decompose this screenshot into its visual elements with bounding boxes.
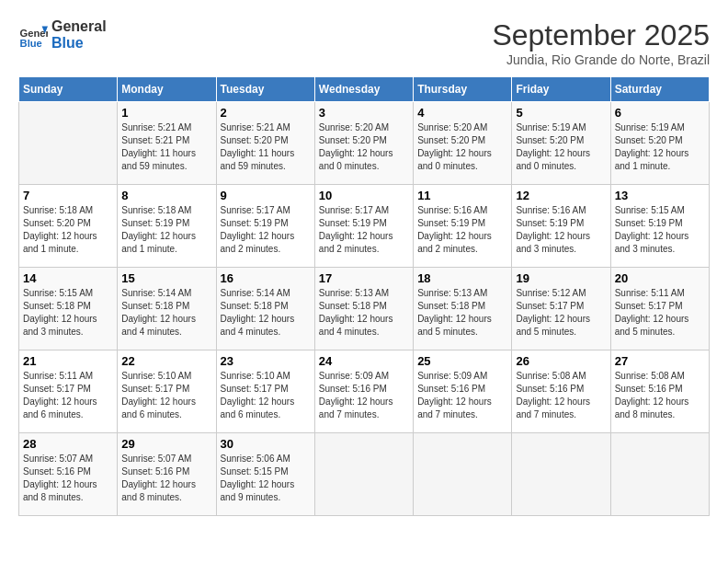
day-number: 16 bbox=[221, 271, 311, 285]
day-number: 21 bbox=[23, 354, 113, 368]
calendar-cell bbox=[512, 433, 610, 516]
svg-text:Blue: Blue bbox=[20, 38, 42, 49]
calendar-cell bbox=[19, 102, 118, 185]
calendar-cell: 15Sunrise: 5:14 AM Sunset: 5:18 PM Dayli… bbox=[118, 268, 216, 350]
day-number: 28 bbox=[23, 437, 113, 451]
day-number: 14 bbox=[23, 271, 113, 285]
calendar-cell: 4Sunrise: 5:20 AM Sunset: 5:20 PM Daylig… bbox=[414, 102, 512, 185]
calendar-week-row: 28Sunrise: 5:07 AM Sunset: 5:16 PM Dayli… bbox=[19, 433, 710, 516]
calendar-cell: 27Sunrise: 5:08 AM Sunset: 5:16 PM Dayli… bbox=[610, 350, 709, 433]
page-header: General Blue General Blue September 2025… bbox=[18, 18, 710, 67]
day-number: 29 bbox=[121, 437, 211, 451]
day-number: 2 bbox=[221, 106, 311, 120]
day-info: Sunrise: 5:07 AM Sunset: 5:16 PM Dayligh… bbox=[121, 453, 211, 504]
calendar-cell: 5Sunrise: 5:19 AM Sunset: 5:20 PM Daylig… bbox=[512, 102, 610, 185]
calendar-cell: 21Sunrise: 5:11 AM Sunset: 5:17 PM Dayli… bbox=[19, 350, 118, 433]
logo-general: General bbox=[51, 18, 107, 35]
day-info: Sunrise: 5:19 AM Sunset: 5:20 PM Dayligh… bbox=[516, 121, 606, 173]
day-number: 18 bbox=[417, 271, 507, 285]
calendar-cell: 30Sunrise: 5:06 AM Sunset: 5:15 PM Dayli… bbox=[216, 433, 314, 516]
day-info: Sunrise: 5:16 AM Sunset: 5:19 PM Dayligh… bbox=[417, 204, 507, 256]
logo-icon: General Blue bbox=[18, 20, 48, 50]
day-info: Sunrise: 5:18 AM Sunset: 5:19 PM Dayligh… bbox=[121, 204, 211, 256]
day-number: 7 bbox=[23, 189, 113, 202]
day-number: 25 bbox=[417, 354, 507, 368]
day-number: 24 bbox=[319, 354, 409, 368]
day-info: Sunrise: 5:11 AM Sunset: 5:17 PM Dayligh… bbox=[23, 370, 113, 421]
calendar-cell: 11Sunrise: 5:16 AM Sunset: 5:19 PM Dayli… bbox=[414, 185, 512, 268]
calendar-cell: 19Sunrise: 5:12 AM Sunset: 5:17 PM Dayli… bbox=[512, 268, 610, 350]
day-info: Sunrise: 5:07 AM Sunset: 5:16 PM Dayligh… bbox=[23, 453, 113, 504]
day-number: 19 bbox=[516, 271, 606, 285]
calendar-cell: 22Sunrise: 5:10 AM Sunset: 5:17 PM Dayli… bbox=[118, 350, 216, 433]
day-info: Sunrise: 5:10 AM Sunset: 5:17 PM Dayligh… bbox=[221, 370, 311, 421]
calendar-cell: 17Sunrise: 5:13 AM Sunset: 5:18 PM Dayli… bbox=[314, 268, 413, 350]
weekday-header: Saturday bbox=[610, 77, 709, 102]
day-info: Sunrise: 5:15 AM Sunset: 5:18 PM Dayligh… bbox=[23, 287, 113, 339]
weekday-header: Monday bbox=[118, 77, 216, 102]
day-number: 26 bbox=[516, 354, 606, 368]
calendar-cell: 25Sunrise: 5:09 AM Sunset: 5:16 PM Dayli… bbox=[414, 350, 512, 433]
day-info: Sunrise: 5:20 AM Sunset: 5:20 PM Dayligh… bbox=[417, 121, 507, 173]
calendar-cell bbox=[314, 433, 413, 516]
day-info: Sunrise: 5:08 AM Sunset: 5:16 PM Dayligh… bbox=[516, 370, 606, 421]
day-info: Sunrise: 5:19 AM Sunset: 5:20 PM Dayligh… bbox=[615, 121, 705, 173]
day-info: Sunrise: 5:14 AM Sunset: 5:18 PM Dayligh… bbox=[221, 287, 311, 339]
day-number: 5 bbox=[516, 106, 606, 120]
day-number: 17 bbox=[319, 271, 409, 285]
title-block: September 2025 Jundia, Rio Grande do Nor… bbox=[492, 18, 710, 67]
calendar-cell: 23Sunrise: 5:10 AM Sunset: 5:17 PM Dayli… bbox=[216, 350, 314, 433]
day-info: Sunrise: 5:21 AM Sunset: 5:21 PM Dayligh… bbox=[121, 121, 211, 173]
day-info: Sunrise: 5:17 AM Sunset: 5:19 PM Dayligh… bbox=[221, 204, 311, 256]
calendar-cell: 8Sunrise: 5:18 AM Sunset: 5:19 PM Daylig… bbox=[118, 185, 216, 268]
day-number: 3 bbox=[319, 106, 409, 120]
calendar-cell: 14Sunrise: 5:15 AM Sunset: 5:18 PM Dayli… bbox=[19, 268, 118, 350]
calendar-week-row: 14Sunrise: 5:15 AM Sunset: 5:18 PM Dayli… bbox=[19, 268, 710, 350]
day-number: 4 bbox=[417, 106, 507, 120]
day-info: Sunrise: 5:16 AM Sunset: 5:19 PM Dayligh… bbox=[516, 204, 606, 256]
day-info: Sunrise: 5:12 AM Sunset: 5:17 PM Dayligh… bbox=[516, 287, 606, 339]
day-info: Sunrise: 5:09 AM Sunset: 5:16 PM Dayligh… bbox=[417, 370, 507, 421]
day-number: 23 bbox=[221, 354, 311, 368]
weekday-header: Thursday bbox=[414, 77, 512, 102]
day-info: Sunrise: 5:09 AM Sunset: 5:16 PM Dayligh… bbox=[319, 370, 409, 421]
day-info: Sunrise: 5:08 AM Sunset: 5:16 PM Dayligh… bbox=[615, 370, 705, 421]
day-number: 1 bbox=[121, 106, 211, 120]
day-info: Sunrise: 5:20 AM Sunset: 5:20 PM Dayligh… bbox=[319, 121, 409, 173]
day-number: 12 bbox=[516, 189, 606, 202]
calendar-cell: 29Sunrise: 5:07 AM Sunset: 5:16 PM Dayli… bbox=[118, 433, 216, 516]
day-number: 10 bbox=[319, 189, 409, 202]
calendar-cell: 20Sunrise: 5:11 AM Sunset: 5:17 PM Dayli… bbox=[610, 268, 709, 350]
day-number: 30 bbox=[221, 437, 311, 451]
day-info: Sunrise: 5:11 AM Sunset: 5:17 PM Dayligh… bbox=[615, 287, 705, 339]
calendar-cell: 7Sunrise: 5:18 AM Sunset: 5:20 PM Daylig… bbox=[19, 185, 118, 268]
calendar-cell: 28Sunrise: 5:07 AM Sunset: 5:16 PM Dayli… bbox=[19, 433, 118, 516]
day-info: Sunrise: 5:17 AM Sunset: 5:19 PM Dayligh… bbox=[319, 204, 409, 256]
calendar-cell: 26Sunrise: 5:08 AM Sunset: 5:16 PM Dayli… bbox=[512, 350, 610, 433]
day-info: Sunrise: 5:18 AM Sunset: 5:20 PM Dayligh… bbox=[23, 204, 113, 256]
calendar-cell: 1Sunrise: 5:21 AM Sunset: 5:21 PM Daylig… bbox=[118, 102, 216, 185]
calendar-cell: 9Sunrise: 5:17 AM Sunset: 5:19 PM Daylig… bbox=[216, 185, 314, 268]
day-number: 20 bbox=[615, 271, 705, 285]
day-info: Sunrise: 5:06 AM Sunset: 5:15 PM Dayligh… bbox=[221, 453, 311, 504]
calendar-cell: 24Sunrise: 5:09 AM Sunset: 5:16 PM Dayli… bbox=[314, 350, 413, 433]
day-info: Sunrise: 5:15 AM Sunset: 5:19 PM Dayligh… bbox=[615, 204, 705, 256]
calendar-cell bbox=[414, 433, 512, 516]
calendar-cell: 13Sunrise: 5:15 AM Sunset: 5:19 PM Dayli… bbox=[610, 185, 709, 268]
month-title: September 2025 bbox=[492, 18, 710, 52]
logo: General Blue General Blue bbox=[18, 18, 107, 52]
calendar-cell bbox=[610, 433, 709, 516]
day-info: Sunrise: 5:13 AM Sunset: 5:18 PM Dayligh… bbox=[319, 287, 409, 339]
weekday-header: Sunday bbox=[19, 77, 118, 102]
day-info: Sunrise: 5:14 AM Sunset: 5:18 PM Dayligh… bbox=[121, 287, 211, 339]
day-info: Sunrise: 5:21 AM Sunset: 5:20 PM Dayligh… bbox=[221, 121, 311, 173]
logo-blue: Blue bbox=[51, 35, 107, 52]
calendar-cell: 16Sunrise: 5:14 AM Sunset: 5:18 PM Dayli… bbox=[216, 268, 314, 350]
location-subtitle: Jundia, Rio Grande do Norte, Brazil bbox=[492, 52, 710, 67]
day-number: 11 bbox=[417, 189, 507, 202]
calendar-week-row: 1Sunrise: 5:21 AM Sunset: 5:21 PM Daylig… bbox=[19, 102, 710, 185]
calendar-cell: 18Sunrise: 5:13 AM Sunset: 5:18 PM Dayli… bbox=[414, 268, 512, 350]
calendar-cell: 3Sunrise: 5:20 AM Sunset: 5:20 PM Daylig… bbox=[314, 102, 413, 185]
day-number: 9 bbox=[221, 189, 311, 202]
day-info: Sunrise: 5:13 AM Sunset: 5:18 PM Dayligh… bbox=[417, 287, 507, 339]
